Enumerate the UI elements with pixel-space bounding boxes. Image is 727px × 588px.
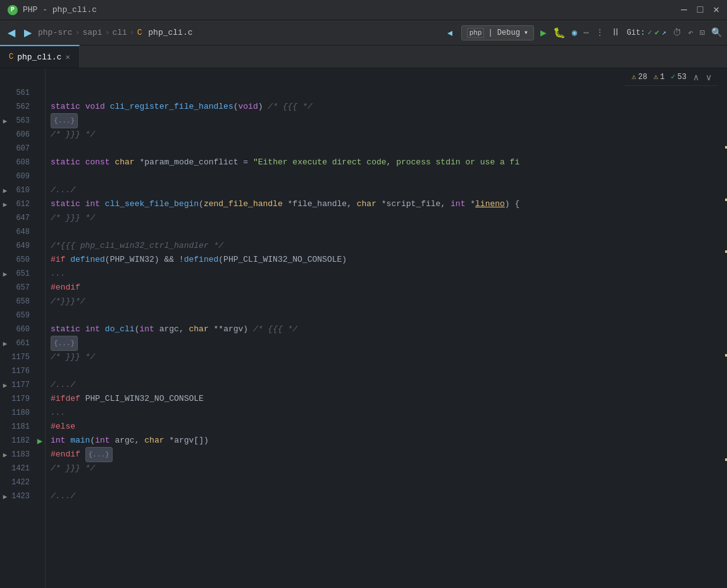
fold-button[interactable]: ▶ (0, 187, 10, 195)
line-number: 647 (10, 214, 35, 223)
gutter-row: 606 (0, 128, 45, 142)
fold-button[interactable]: ▶ (0, 340, 10, 348)
param-token: argc (115, 434, 134, 448)
code-line (51, 86, 718, 100)
comment-token: /* }}} */ (51, 462, 95, 475)
gutter-row: ▶1177 (0, 378, 45, 392)
param-token: argv[] (174, 434, 204, 448)
kw-token: int (85, 322, 100, 336)
fn-token: defined (184, 253, 219, 267)
breadcrumb-root[interactable]: php-src (38, 28, 73, 37)
breadcrumb: php-src › sapi › cli › C php_cli.c (38, 28, 193, 37)
line-number: 1179 (10, 395, 35, 403)
errors-status[interactable]: ⚠ 1 (654, 72, 664, 82)
punct-token: ) (243, 322, 253, 336)
fold-inline[interactable]: {...} (51, 336, 78, 351)
scrollbar[interactable] (718, 68, 727, 588)
fold-button[interactable]: ▶ (0, 493, 10, 501)
run-button[interactable]: ▶ (540, 27, 547, 39)
fn-token: do_cli (105, 322, 135, 336)
back-button[interactable]: ◀ (5, 25, 18, 40)
git-tick-icon[interactable]: ✔ (655, 28, 659, 37)
gutter-row: 1181 (0, 420, 45, 434)
code-line: /* }}} */ (51, 350, 718, 364)
coverage-button[interactable]: ◉ (572, 27, 577, 38)
warnings-count: 28 (638, 73, 647, 82)
line-number: 561 (10, 89, 35, 97)
fold-button[interactable]: ▶ (0, 451, 10, 459)
fold-button[interactable]: ▶ (0, 117, 10, 125)
comment-token: /* }}} */ (51, 350, 95, 364)
tab-close-button[interactable]: ✕ (65, 52, 70, 62)
code-content[interactable]: static void cli_register_file_handles(vo… (46, 68, 718, 588)
fn-token: main (70, 434, 90, 448)
dropdown-arrow-icon: ▾ (524, 28, 528, 37)
code-line: {...} (51, 336, 718, 350)
punct-token (110, 434, 115, 448)
fold-button[interactable]: ▶ (0, 200, 10, 209)
history-button[interactable]: ⏱ (673, 28, 681, 38)
warnings-status[interactable]: ⚠ 28 (631, 72, 647, 82)
line-number: 606 (10, 130, 35, 139)
minimize-button[interactable]: — (681, 5, 687, 15)
breadcrumb-cli[interactable]: cli (112, 28, 127, 37)
chevron-down-button[interactable]: ∨ (705, 72, 712, 82)
line-number: 1423 (10, 492, 35, 501)
punct-token (80, 156, 85, 169)
punct-token (110, 156, 115, 169)
search-button[interactable]: 🔍 (711, 27, 722, 38)
chevron-up-button[interactable]: ∧ (693, 72, 699, 82)
code-line: /* }}} */ (51, 128, 718, 142)
debug-configuration[interactable]: php | Debug ▾ (461, 25, 534, 40)
stop-button[interactable]: ⏸ (611, 27, 621, 39)
gutter-row: 1182▶ (0, 434, 45, 448)
maximize-button[interactable]: □ (697, 5, 704, 15)
line-number: 658 (10, 297, 35, 306)
punct-token (80, 392, 85, 406)
code-line: {...} (51, 114, 718, 128)
code-line: /* }}} */ (51, 211, 718, 225)
ok-status[interactable]: ✓ 53 (671, 72, 687, 82)
git-check-icon[interactable]: ✓ (647, 28, 652, 37)
punct-token: * (465, 197, 475, 211)
close-button[interactable]: ✕ (713, 5, 719, 15)
gutter-row: ▶1183 (0, 448, 45, 462)
more-button[interactable]: ⋮ (595, 27, 604, 38)
line-number: 610 (10, 186, 35, 195)
code-line: static int cli_seek_file_begin(zend_file… (51, 197, 718, 211)
code-line: int main(int argc, char *argv[]) (51, 434, 718, 448)
type-token: char (357, 197, 376, 211)
nav-left-icon[interactable]: ◂ (445, 25, 455, 40)
debug-button[interactable]: 🐛 (553, 27, 566, 39)
comment-token: /.../ (51, 489, 75, 503)
undo-button[interactable]: ↶ (688, 27, 693, 38)
gutter-row: 1175 (0, 350, 45, 364)
punct-token: = (239, 156, 253, 169)
punct-token (65, 434, 70, 448)
code-line: /* }}} */ (51, 462, 718, 475)
gutter-row: 660 (0, 322, 45, 336)
tab-php-cli[interactable]: C php_cli.c ✕ (0, 45, 80, 68)
gutter-row: 561 (0, 86, 45, 100)
forward-button[interactable]: ▶ (22, 25, 34, 40)
profiler-button[interactable]: ⋯ (583, 27, 588, 38)
punct-token: ) (258, 100, 268, 114)
line-number: 608 (10, 158, 35, 167)
line-number: 659 (10, 311, 35, 320)
lineno-ref[interactable]: lineno (475, 197, 505, 211)
str-token: "Either execute direct code, process std… (253, 156, 519, 169)
ok-icon: ✓ (671, 72, 675, 82)
fold-inline[interactable]: {...} (85, 447, 113, 462)
split-button[interactable]: ⊡ (700, 27, 705, 38)
code-line: #else (51, 420, 718, 434)
kw-token: void (239, 100, 258, 114)
gutter-row: 1422 (0, 475, 45, 489)
macro-token: #endif (51, 281, 80, 295)
code-line: ... (51, 406, 718, 420)
gutter-row: 608 (0, 156, 45, 169)
fold-inline[interactable]: {...} (51, 113, 78, 128)
fold-button[interactable]: ▶ (0, 381, 10, 389)
breadcrumb-sapi[interactable]: sapi (82, 28, 102, 37)
fold-button[interactable]: ▶ (0, 270, 10, 278)
git-push-icon[interactable]: ↗ (662, 28, 666, 37)
